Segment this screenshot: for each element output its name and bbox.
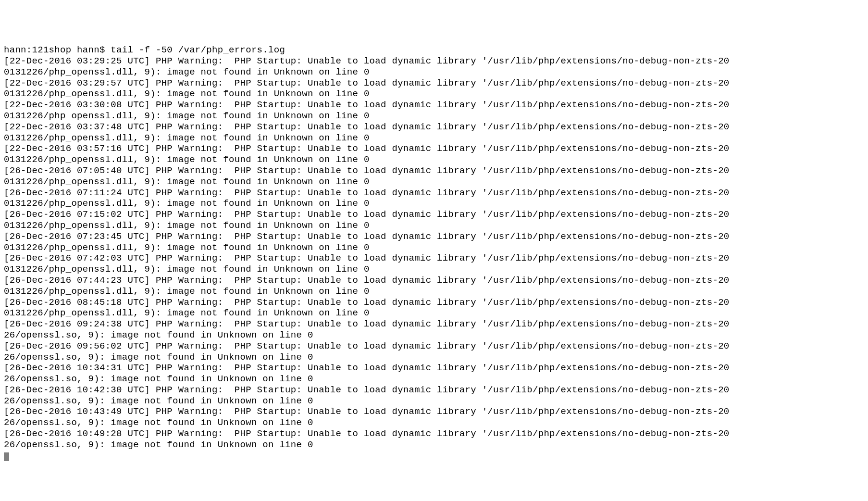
log-line: [26-Dec-2016 07:44:23 UTC] PHP Warning: … (4, 275, 868, 286)
log-line: 0131226/php_openssl.dll, 9): image not f… (4, 111, 868, 122)
terminal-cursor (4, 452, 9, 461)
terminal-prompt[interactable]: hann:121shop hann$ tail -f -50 /var/php_… (4, 45, 868, 56)
log-line: [26-Dec-2016 07:11:24 UTC] PHP Warning: … (4, 188, 868, 199)
log-line: [26-Dec-2016 10:43:49 UTC] PHP Warning: … (4, 406, 868, 417)
log-line: 0131226/php_openssl.dll, 9): image not f… (4, 154, 868, 165)
log-line: [26-Dec-2016 09:56:02 UTC] PHP Warning: … (4, 341, 868, 352)
log-line: 0131226/php_openssl.dll, 9): image not f… (4, 242, 868, 253)
log-line: [22-Dec-2016 03:30:08 UTC] PHP Warning: … (4, 100, 868, 111)
log-line: 0131226/php_openssl.dll, 9): image not f… (4, 133, 868, 144)
log-line: 26/openssl.so, 9): image not found in Un… (4, 352, 868, 363)
log-line: 26/openssl.so, 9): image not found in Un… (4, 439, 868, 451)
log-line: 0131226/php_openssl.dll, 9): image not f… (4, 220, 868, 231)
log-line: 0131226/php_openssl.dll, 9): image not f… (4, 264, 868, 275)
log-line: 0131226/php_openssl.dll, 9): image not f… (4, 308, 868, 319)
log-line: [26-Dec-2016 10:49:28 UTC] PHP Warning: … (4, 428, 868, 439)
log-line: [26-Dec-2016 07:42:03 UTC] PHP Warning: … (4, 253, 868, 264)
log-line: [26-Dec-2016 07:23:45 UTC] PHP Warning: … (4, 231, 868, 242)
log-line: [26-Dec-2016 08:45:18 UTC] PHP Warning: … (4, 297, 868, 308)
log-line: 26/openssl.so, 9): image not found in Un… (4, 417, 868, 428)
log-line: [26-Dec-2016 10:34:31 UTC] PHP Warning: … (4, 363, 868, 374)
log-line: 0131226/php_openssl.dll, 9): image not f… (4, 67, 868, 78)
log-line: [22-Dec-2016 03:29:25 UTC] PHP Warning: … (4, 56, 868, 67)
log-line: [22-Dec-2016 03:57:16 UTC] PHP Warning: … (4, 143, 868, 154)
log-line: [22-Dec-2016 03:37:48 UTC] PHP Warning: … (4, 122, 868, 133)
log-line: 26/openssl.so, 9): image not found in Un… (4, 330, 868, 341)
log-line: 26/openssl.so, 9): image not found in Un… (4, 396, 868, 407)
log-output: [22-Dec-2016 03:29:25 UTC] PHP Warning: … (4, 56, 868, 451)
log-line: [26-Dec-2016 07:05:40 UTC] PHP Warning: … (4, 165, 868, 176)
log-line: [22-Dec-2016 03:29:57 UTC] PHP Warning: … (4, 78, 868, 89)
log-line: [26-Dec-2016 10:42:30 UTC] PHP Warning: … (4, 385, 868, 396)
log-line: [26-Dec-2016 09:24:38 UTC] PHP Warning: … (4, 319, 868, 330)
log-line: [26-Dec-2016 07:15:02 UTC] PHP Warning: … (4, 209, 868, 220)
log-line: 0131226/php_openssl.dll, 9): image not f… (4, 198, 868, 209)
log-line: 0131226/php_openssl.dll, 9): image not f… (4, 176, 868, 188)
log-line: 0131226/php_openssl.dll, 9): image not f… (4, 88, 868, 100)
log-line: 26/openssl.so, 9): image not found in Un… (4, 374, 868, 385)
log-line: 0131226/php_openssl.dll, 9): image not f… (4, 286, 868, 297)
